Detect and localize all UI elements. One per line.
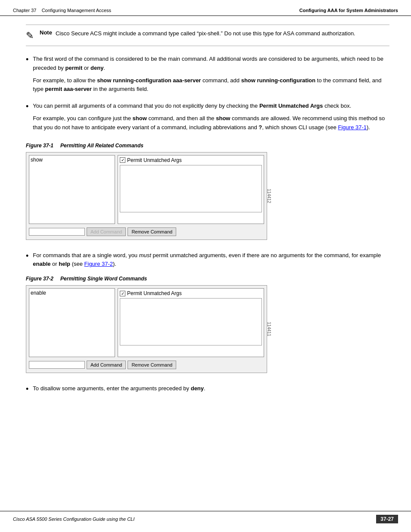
figure-1: show Permit Unmatched Args Add Command R…	[26, 152, 267, 240]
note-icon: ✎	[26, 30, 34, 41]
add-command-button-2[interactable]: Add Command	[87, 361, 126, 369]
page-number: 37-27	[376, 515, 398, 523]
figure-link-2[interactable]: Figure 37-2	[84, 261, 113, 267]
permit-checkbox-row-2: Permit Unmatched Args	[120, 290, 262, 296]
add-command-button-1[interactable]: Add Command	[87, 227, 126, 236]
header-section: Configuring AAA for System Administrator…	[299, 8, 398, 13]
bullet-dot: •	[26, 250, 28, 262]
bullet-content: To disallow some arguments, enter the ar…	[33, 384, 205, 393]
permit-checkbox-row-1: Permit Unmatched Args	[120, 157, 262, 163]
remove-command-button-1[interactable]: Remove Command	[128, 227, 176, 236]
figure-2-wrapper: enable Permit Unmatched Args Add Command…	[26, 285, 267, 380]
bullet-dot: •	[26, 54, 28, 65]
figure-2-bottom-row: Add Command Remove Command	[29, 360, 264, 370]
bullet-list-3: • To disallow some arguments, enter the …	[26, 384, 389, 395]
footer-title: Cisco ASA 5500 Series Configuration Guid…	[13, 516, 134, 522]
permit-checkbox-label-2: Permit Unmatched Args	[127, 290, 182, 296]
permit-unmatched-checkbox-2[interactable]	[120, 291, 125, 296]
figure-2-left-panel: enable	[29, 288, 115, 357]
page-footer: Cisco ASA 5500 Series Configuration Guid…	[0, 511, 411, 523]
figure-2: enable Permit Unmatched Args Add Command…	[26, 285, 267, 373]
args-list-1	[120, 165, 262, 212]
figure-1-wrapper: show Permit Unmatched Args Add Command R…	[26, 152, 267, 247]
bullet-content: The first word of the command is conside…	[33, 55, 389, 97]
figure-link-1[interactable]: Figure 37-1	[338, 124, 367, 131]
note-text: Cisco Secure ACS might include a command…	[56, 29, 355, 38]
figure-2-text-input[interactable]	[29, 361, 85, 369]
figure-1-bottom-row: Add Command Remove Command	[29, 227, 264, 237]
bullet-dot: •	[26, 101, 28, 112]
figure-1-label: Figure 37-1 Permitting All Related Comma…	[26, 143, 389, 149]
figure-1-inner: show Permit Unmatched Args	[29, 155, 264, 224]
bullet-list: • The first word of the command is consi…	[26, 55, 389, 136]
args-list-2	[120, 298, 262, 345]
figure-1-left-panel: show	[29, 155, 115, 224]
figure-1-num: 114412	[267, 189, 271, 203]
list-item: • You can permit all arguments of a comm…	[26, 102, 389, 135]
remove-command-button-2[interactable]: Remove Command	[128, 361, 176, 369]
header-chapter: Chapter 37 Configuring Management Access	[13, 8, 111, 13]
figure-2-inner: enable Permit Unmatched Args	[29, 288, 264, 357]
permit-checkbox-label-1: Permit Unmatched Args	[127, 157, 182, 163]
bullet-content: You can permit all arguments of a comman…	[33, 102, 389, 135]
bullet-content: For commands that are a single word, you…	[33, 251, 389, 269]
figure-2-label: Figure 37-2 Permitting Single Word Comma…	[26, 276, 389, 282]
bullet-list-2: • For commands that are a single word, y…	[26, 251, 389, 269]
figure-1-right-panel: Permit Unmatched Args	[118, 155, 264, 224]
note-block: ✎ Note Cisco Secure ACS might include a …	[26, 25, 389, 46]
figure-2-num: 114411	[267, 322, 271, 336]
list-item: • For commands that are a single word, y…	[26, 251, 389, 269]
list-item: • The first word of the command is consi…	[26, 55, 389, 97]
permit-unmatched-checkbox-1[interactable]	[120, 157, 125, 163]
bullet-dot: •	[26, 383, 28, 395]
note-label: Note	[40, 29, 52, 36]
list-item: • To disallow some arguments, enter the …	[26, 384, 389, 395]
page-header: Chapter 37 Configuring Management Access…	[0, 0, 411, 16]
figure-2-right-panel: Permit Unmatched Args	[118, 288, 264, 357]
main-content: ✎ Note Cisco Secure ACS might include a …	[0, 16, 411, 412]
figure-1-text-input[interactable]	[29, 228, 85, 236]
